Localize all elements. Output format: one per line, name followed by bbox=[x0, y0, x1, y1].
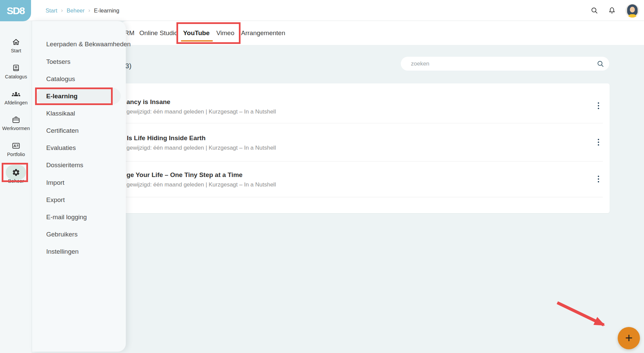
breadcrumb-current: E-learning bbox=[94, 7, 119, 14]
app-logo[interactable]: SD8 bbox=[0, 0, 31, 21]
sidebar-item-label: Portfolio bbox=[7, 152, 25, 157]
menu-item-dossieritems[interactable]: Dossieritems bbox=[46, 161, 83, 169]
row-divider bbox=[111, 161, 603, 161]
search-input[interactable] bbox=[410, 60, 596, 68]
tab-arrangementen[interactable]: Arrangementen bbox=[241, 21, 285, 45]
add-video-fab[interactable]: + bbox=[618, 327, 640, 349]
video-list-card: ancy is Insane gewijzigd: één maand gele… bbox=[105, 83, 610, 213]
breadcrumb-separator: › bbox=[88, 7, 90, 14]
video-meta: gewijzigd: één maand geleden | Kurzgesag… bbox=[127, 145, 276, 151]
row-divider bbox=[111, 123, 603, 123]
video-meta: gewijzigd: één maand geleden | Kurzgesag… bbox=[127, 108, 276, 115]
row-overflow-menu-icon[interactable] bbox=[593, 135, 604, 149]
row-overflow-menu-icon[interactable] bbox=[593, 99, 604, 112]
video-count-fragment: 3) bbox=[125, 62, 132, 70]
video-title[interactable]: ge Your Life – One Tiny Step at a Time bbox=[127, 171, 243, 179]
briefcase-icon bbox=[12, 116, 20, 124]
breadcrumb: Start › Beheer › E-learning bbox=[46, 0, 119, 21]
menu-item-toetsers[interactable]: Toetsers bbox=[46, 58, 71, 66]
search-bar bbox=[401, 57, 609, 71]
breadcrumb-start[interactable]: Start bbox=[46, 7, 57, 14]
plus-icon: + bbox=[625, 331, 633, 344]
menu-item-catalogus[interactable]: Catalogus bbox=[46, 75, 75, 83]
menu-item-evaluaties[interactable]: Evaluaties bbox=[46, 144, 76, 152]
sidebar-item-portfolio[interactable]: Portfolio bbox=[0, 142, 32, 157]
sidebar-item-label: Catalogus bbox=[5, 74, 27, 79]
video-meta: gewijzigd: één maand geleden | Kurzgesag… bbox=[127, 181, 276, 188]
breadcrumb-separator: › bbox=[61, 7, 63, 14]
sidebar-item-beheer[interactable]: Beheer bbox=[0, 168, 32, 184]
menu-item-klassikaal[interactable]: Klassikaal bbox=[46, 110, 75, 117]
search-icon[interactable] bbox=[590, 6, 598, 15]
menu-item-export[interactable]: Export bbox=[46, 196, 65, 204]
sidebar-item-label: Werkvormen bbox=[2, 126, 30, 131]
search-icon[interactable] bbox=[596, 60, 605, 68]
tab-vimeo[interactable]: Vimeo bbox=[216, 21, 234, 45]
menu-item-import[interactable]: Import bbox=[46, 179, 64, 186]
groups-icon bbox=[12, 90, 20, 98]
sidebar-item-catalogus[interactable]: Catalogus bbox=[0, 64, 32, 79]
sidebar-item-start[interactable]: Start bbox=[0, 38, 32, 53]
active-tab-underline bbox=[181, 40, 213, 42]
topbar-actions bbox=[590, 0, 644, 21]
user-avatar[interactable] bbox=[625, 4, 639, 18]
row-divider bbox=[111, 197, 603, 197]
menu-item-leerpaden[interactable]: Leerpaden & Bekwaamheden bbox=[46, 41, 131, 48]
id-card-icon bbox=[12, 142, 20, 150]
tab-online-studio[interactable]: Online Studio bbox=[139, 21, 178, 45]
video-title[interactable]: Is Life Hiding Inside Earth bbox=[127, 134, 205, 142]
annotation-arrow bbox=[550, 297, 617, 334]
breadcrumb-beheer[interactable]: Beheer bbox=[67, 7, 85, 14]
sidebar-nav: Start Catalogus Afdelingen Werkvormen Po… bbox=[0, 21, 32, 353]
gear-icon bbox=[12, 168, 20, 177]
sidebar-item-label: Start bbox=[11, 48, 21, 53]
avatar-face bbox=[630, 7, 635, 12]
row-overflow-menu-icon[interactable] bbox=[593, 172, 604, 186]
app-window: RM Online Studio YouTube Vimeo Arrangeme… bbox=[0, 0, 644, 353]
notifications-bell-icon[interactable] bbox=[608, 6, 616, 15]
menu-item-gebruikers[interactable]: Gebruikers bbox=[46, 231, 78, 238]
sidebar-item-label: Beheer bbox=[8, 178, 24, 184]
book-icon bbox=[12, 64, 20, 72]
avatar-shirt bbox=[628, 14, 637, 18]
menu-item-instellingen[interactable]: Instellingen bbox=[46, 248, 79, 255]
sidebar-item-werkvormen[interactable]: Werkvormen bbox=[0, 116, 32, 131]
sidebar-item-label: Afdelingen bbox=[4, 100, 28, 105]
menu-item-certificaten[interactable]: Certificaten bbox=[46, 127, 79, 134]
video-title[interactable]: ancy is Insane bbox=[127, 98, 170, 106]
admin-flyout-menu: Leerpaden & Bekwaamheden Toetsers Catalo… bbox=[32, 21, 126, 352]
menu-item-email-logging[interactable]: E-mail logging bbox=[46, 213, 87, 221]
menu-item-elearning[interactable]: E-learning bbox=[46, 93, 78, 100]
sidebar-item-afdelingen[interactable]: Afdelingen bbox=[0, 90, 32, 105]
home-icon bbox=[12, 38, 20, 46]
logo-text: SD8 bbox=[7, 5, 24, 17]
